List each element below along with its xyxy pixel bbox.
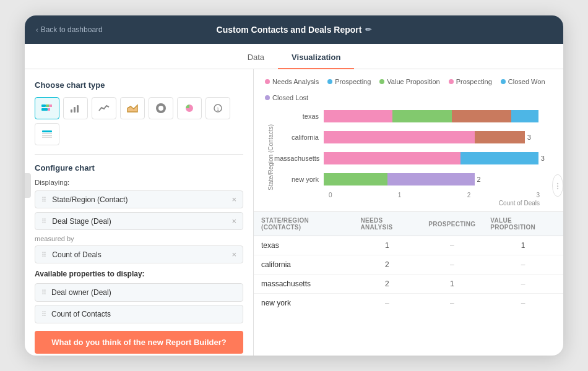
cell-value-proposition: – [483, 275, 563, 294]
svg-point-10 [159, 106, 163, 110]
remove-state-button[interactable]: × [231, 195, 236, 204]
chart-type-table[interactable] [35, 123, 59, 145]
bar-segment [392, 110, 452, 122]
legend-dot [501, 79, 506, 84]
bar-label: california [274, 134, 324, 141]
svg-rect-16 [42, 137, 52, 138]
divider-1 [35, 154, 243, 155]
legend-needs-analysis: Needs Analysis [265, 78, 319, 85]
chart-body: State/Region (Contacts) texas [265, 108, 552, 207]
chevron-left-icon: ‹ [36, 26, 38, 33]
legend-closed-lost: Closed Lost [265, 94, 308, 101]
legend-dot [265, 95, 270, 100]
legend-prospecting2: Prospecting [449, 78, 492, 85]
measured-by-label: measured by [35, 235, 243, 242]
bar-label: massachusetts [274, 155, 324, 162]
cell-value-proposition: – [483, 294, 563, 313]
cell-needs-analysis: 1 [353, 236, 421, 255]
bar-count: 2 [477, 176, 481, 183]
legend-dot [449, 79, 454, 84]
remove-measure-button[interactable]: × [231, 250, 236, 259]
back-label: Back to dashboard [41, 25, 103, 34]
cell-state: massachusetts [254, 275, 353, 294]
chart-type-donut[interactable] [149, 97, 173, 119]
tab-data[interactable]: Data [234, 46, 278, 69]
chart-type-pie[interactable] [177, 97, 202, 119]
bar-segment [387, 173, 474, 186]
bar-segment [475, 131, 525, 143]
legend-value-proposition: Value Proposition [379, 78, 439, 85]
cta-banner[interactable]: What do you think of the new Report Buil… [35, 331, 243, 354]
legend-prospecting: Prospecting [327, 78, 371, 85]
bar-track: 3 [324, 131, 552, 143]
tab-bar: Data Visualization [25, 44, 563, 69]
legend-dot [265, 79, 270, 84]
chart-type-bar[interactable] [63, 97, 88, 119]
chart-area: Needs Analysis Prospecting Value Proposi… [254, 69, 563, 211]
cell-prospecting: – [421, 255, 483, 275]
chart-type-number[interactable]: 1 [205, 97, 230, 119]
page-title: Custom Contacts and Deals Report ✏ [217, 25, 372, 35]
legend-dot [327, 79, 332, 84]
chart-type-stacked-bar[interactable] [35, 97, 59, 119]
svg-text:1: 1 [217, 106, 220, 112]
data-table: State/Region (Contacts) Needs Analysis P… [254, 211, 563, 356]
drag-handle-icon: ⠿ [41, 218, 46, 225]
tab-visualization[interactable]: Visualization [278, 46, 354, 69]
svg-rect-5 [71, 109, 72, 113]
cell-state: texas [254, 236, 353, 255]
right-panel-handle[interactable] [552, 174, 563, 197]
legend-dot [379, 79, 384, 84]
table-row: massachusetts 2 1 – [254, 275, 563, 294]
chart-type-line[interactable] [92, 97, 116, 119]
back-to-dashboard-link[interactable]: ‹ Back to dashboard [36, 25, 103, 34]
bar-segment [452, 110, 511, 122]
x-axis-ticks: 0 1 2 3 [329, 192, 552, 198]
chart-type-area[interactable] [120, 97, 145, 119]
col-prospecting: Prospecting [421, 212, 483, 236]
measure-item-count-deals[interactable]: ⠿ Count of Deals × [35, 245, 243, 263]
legend-closed-won: Closed Won [501, 78, 545, 85]
bar-count: 3 [527, 134, 531, 141]
left-panel: Choose chart type [25, 69, 254, 356]
remove-deal-stage-button[interactable]: × [231, 216, 236, 226]
cell-needs-analysis: – [353, 294, 421, 313]
bar-label: new york [274, 176, 324, 183]
bar-track: 2 [324, 173, 552, 186]
cell-prospecting: – [421, 294, 483, 313]
displaying-item-state[interactable]: ⠿ State/Region (Contact) × [35, 190, 243, 208]
bar-segment [324, 152, 460, 164]
cell-prospecting: – [421, 236, 483, 255]
bar-row-newyork: new york 2 [274, 171, 552, 188]
svg-rect-4 [48, 108, 50, 111]
cell-value-proposition: – [483, 255, 563, 275]
y-axis-label: State/Region (Contacts) [265, 124, 274, 190]
chart-type-selector: 1 [35, 97, 243, 145]
bar-count: 3 [541, 155, 545, 162]
main-content: Choose chart type [25, 69, 563, 356]
drag-dot-icon: ⠿ [41, 289, 46, 297]
bar-label: texas [274, 113, 324, 120]
svg-rect-15 [42, 135, 52, 136]
left-panel-handle[interactable] [25, 173, 31, 198]
property-deal-owner[interactable]: ⠿ Deal owner (Deal) [35, 283, 243, 302]
bar-segment [460, 152, 538, 164]
property-count-contacts[interactable]: ⠿ Count of Contacts [35, 305, 243, 323]
svg-rect-3 [41, 108, 48, 111]
chart-legend: Needs Analysis Prospecting Value Proposi… [265, 78, 552, 101]
svg-point-19 [557, 188, 558, 189]
available-title: Available properties to display: [35, 270, 243, 278]
drag-handle-icon: ⠿ [41, 251, 46, 258]
edit-icon[interactable]: ✏ [365, 25, 371, 34]
table-header-row: State/Region (Contacts) Needs Analysis P… [254, 212, 563, 236]
cell-prospecting: 1 [421, 275, 483, 294]
svg-point-17 [557, 183, 558, 184]
drag-dot-icon: ⠿ [41, 310, 46, 318]
svg-rect-2 [49, 104, 52, 107]
svg-rect-6 [74, 107, 76, 113]
chart-bars: texas california [274, 108, 552, 207]
col-value-proposition: Value Proposition [483, 212, 563, 236]
displaying-item-deal-stage[interactable]: ⠿ Deal Stage (Deal) × [35, 212, 243, 230]
table-row: new york – – – [254, 294, 563, 313]
svg-point-18 [557, 186, 558, 187]
